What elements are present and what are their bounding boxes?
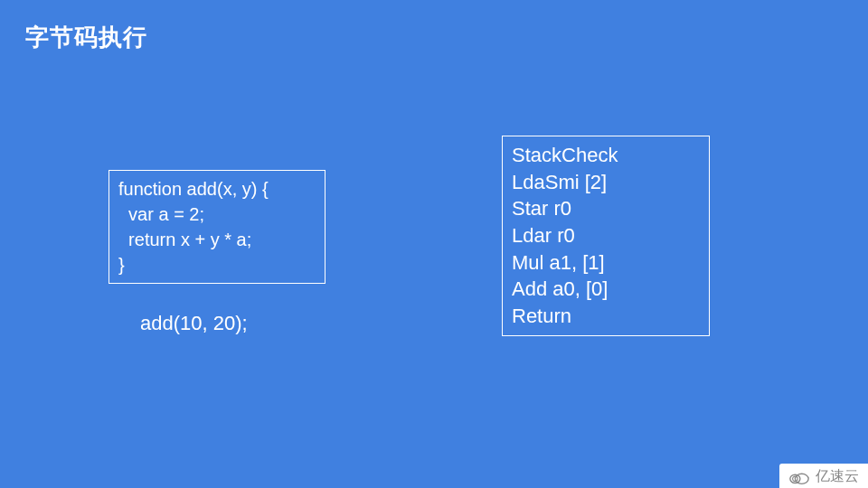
bytecode-line: Star r0 [512, 195, 700, 222]
watermark-text: 亿速云 [816, 467, 859, 486]
watermark: 亿速云 [779, 464, 868, 488]
bytecode-line: Ldar r0 [512, 222, 700, 249]
slide-title: 字节码执行 [25, 22, 147, 53]
bytecode-line: Add a0, [0] [512, 276, 700, 303]
bytecode-line: Mul a1, [1] [512, 249, 700, 277]
source-code-line: function add(x, y) { [118, 176, 316, 202]
source-code-box: function add(x, y) { var a = 2; return x… [108, 170, 326, 284]
bytecode-line: LdaSmi [2] [512, 169, 700, 196]
source-code-line: return x + y * a; [118, 227, 316, 252]
function-call-line: add(10, 20); [140, 312, 248, 335]
bytecode-box: StackCheck LdaSmi [2] Star r0 Ldar r0 Mu… [502, 136, 710, 336]
source-code-line: } [118, 252, 316, 277]
bytecode-line: Return [512, 303, 700, 330]
bytecode-line: StackCheck [512, 142, 700, 169]
cloud-sync-icon [788, 469, 810, 485]
source-code-line: var a = 2; [118, 202, 316, 227]
